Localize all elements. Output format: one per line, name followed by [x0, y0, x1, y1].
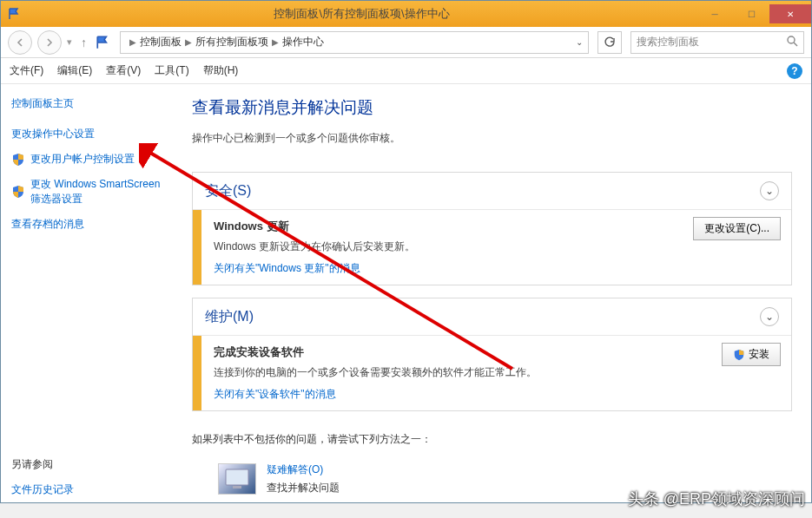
troubleshoot-subtext: 查找并解决问题 — [267, 481, 340, 495]
card-title: 完成安装设备软件 — [214, 344, 779, 360]
maximize-button[interactable]: ☐ — [733, 4, 769, 23]
close-button[interactable]: ✕ — [769, 4, 811, 23]
sidebar-item-label: 更改用户帐户控制设置 — [30, 152, 135, 167]
chevron-right-icon: ▶ — [129, 37, 136, 47]
button-label: 更改设置(C)... — [704, 221, 769, 236]
back-button[interactable] — [8, 30, 32, 55]
card-text: Windows 更新设置为在你确认后安装更新。 — [214, 239, 779, 254]
dismiss-message-link[interactable]: 关闭有关"设备软件"的消息 — [214, 388, 336, 400]
card-windows-update: Windows 更新 Windows 更新设置为在你确认后安装更新。 关闭有关"… — [193, 209, 791, 285]
breadcrumb[interactable]: ▶ 控制面板 ▶ 所有控制面板项 ▶ 操作中心 ⌄ — [120, 31, 589, 54]
button-label: 安装 — [749, 347, 769, 362]
status-bar-warning — [193, 336, 201, 410]
sidebar-change-uac-settings[interactable]: 更改用户帐户控制设置 — [11, 152, 182, 167]
svg-rect-1 — [226, 469, 248, 485]
shield-icon — [11, 185, 25, 199]
breadcrumb-item[interactable]: 操作中心 — [282, 35, 324, 49]
titlebar[interactable]: 控制面板\所有控制面板项\操作中心 ─ ☐ ✕ — [1, 1, 811, 27]
sidebar: 控制面板主页 更改操作中心设置 更改用户帐户控制设置 更改 Windows Sm… — [1, 84, 192, 502]
page-heading: 查看最新消息并解决问题 — [192, 96, 792, 119]
menu-file[interactable]: 文件(F) — [10, 63, 43, 78]
chevron-down-icon[interactable]: ⌄ — [576, 37, 583, 47]
card-text: 连接到你的电脑的一个或多个设备需要安装额外的软件才能正常工作。 — [214, 365, 779, 380]
troubleshoot-icon — [218, 463, 256, 495]
shield-icon — [733, 349, 745, 361]
menubar: 文件(F) 编辑(E) 查看(V) 工具(T) 帮助(H) ? — [1, 58, 811, 84]
card-device-software: 完成安装设备软件 连接到你的电脑的一个或多个设备需要安装额外的软件才能正常工作。… — [193, 335, 791, 410]
shield-icon — [11, 153, 25, 167]
main-panel: 查看最新消息并解决问题 操作中心已检测到一个或多个问题供你审核。 安全(S) ⌄… — [192, 84, 811, 502]
install-button[interactable]: 安装 — [722, 343, 781, 366]
sidebar-change-smartscreen[interactable]: 更改 Windows SmartScreen 筛选器设置 — [11, 177, 182, 207]
sidebar-archived-messages[interactable]: 查看存档的消息 — [11, 217, 182, 232]
section-title: 安全(S) — [205, 182, 251, 200]
status-bar-warning — [193, 210, 201, 285]
related-heading: 另请参阅 — [11, 457, 182, 472]
svg-point-0 — [788, 36, 795, 43]
section-header-maintenance[interactable]: 维护(M) ⌄ — [193, 298, 791, 335]
footer-text: 如果列表中不包括你的问题，请尝试下列方法之一： — [192, 432, 792, 447]
window-controls: ─ ☐ ✕ — [696, 4, 811, 23]
refresh-button[interactable] — [597, 31, 622, 54]
control-panel-home-link[interactable]: 控制面板主页 — [11, 96, 182, 111]
troubleshoot-link[interactable]: 疑难解答(O) — [267, 462, 340, 477]
flag-icon — [8, 7, 22, 21]
history-dropdown-icon[interactable]: ▾ — [67, 36, 72, 48]
sidebar-item-label: 更改 Windows SmartScreen 筛选器设置 — [30, 177, 160, 207]
sidebar-item-label: 文件历史记录 — [11, 482, 74, 497]
chevron-down-icon[interactable]: ⌄ — [760, 307, 779, 326]
section-header-security[interactable]: 安全(S) ⌄ — [193, 173, 791, 209]
menu-tools[interactable]: 工具(T) — [155, 63, 188, 78]
chevron-down-icon[interactable]: ⌄ — [760, 181, 779, 200]
breadcrumb-item[interactable]: 控制面板 — [140, 35, 182, 49]
forward-button[interactable] — [37, 30, 62, 55]
change-settings-button[interactable]: 更改设置(C)... — [693, 217, 781, 240]
section-maintenance: 维护(M) ⌄ 完成安装设备软件 连接到你的电脑的一个或多个设备需要安装额外的软… — [192, 298, 792, 411]
sidebar-item-label: 更改操作中心设置 — [11, 127, 95, 141]
sidebar-item-label: 查看存档的消息 — [11, 217, 84, 232]
menu-help[interactable]: 帮助(H) — [203, 63, 239, 78]
navbar: ▾ ↑ ▶ 控制面板 ▶ 所有控制面板项 ▶ 操作中心 ⌄ 搜索控制面板 — [1, 27, 811, 58]
section-security: 安全(S) ⌄ Windows 更新 Windows 更新设置为在你确认后安装更… — [192, 172, 792, 285]
search-input[interactable]: 搜索控制面板 — [630, 31, 804, 54]
minimize-button[interactable]: ─ — [696, 4, 733, 23]
search-placeholder: 搜索控制面板 — [637, 35, 699, 49]
chevron-right-icon: ▶ — [272, 37, 279, 47]
svg-rect-2 — [233, 486, 241, 488]
chevron-right-icon: ▶ — [185, 37, 192, 47]
content-area: 控制面板主页 更改操作中心设置 更改用户帐户控制设置 更改 Windows Sm… — [1, 84, 811, 502]
page-subtext: 操作中心已检测到一个或多个问题供你审核。 — [192, 131, 792, 146]
window-title: 控制面板\所有控制面板项\操作中心 — [27, 6, 696, 22]
help-icon[interactable]: ? — [787, 63, 802, 79]
up-button[interactable]: ↑ — [77, 36, 90, 49]
menu-edit[interactable]: 编辑(E) — [57, 63, 92, 78]
search-icon — [787, 36, 798, 49]
flag-icon — [96, 35, 111, 50]
sidebar-file-history[interactable]: 文件历史记录 — [11, 482, 182, 497]
section-title: 维护(M) — [205, 308, 254, 326]
sidebar-change-ac-settings[interactable]: 更改操作中心设置 — [11, 127, 182, 141]
breadcrumb-item[interactable]: 所有控制面板项 — [195, 35, 268, 49]
dismiss-message-link[interactable]: 关闭有关"Windows 更新"的消息 — [214, 262, 360, 274]
menu-view[interactable]: 查看(V) — [106, 63, 141, 78]
troubleshoot-row: 疑难解答(O) 查找并解决问题 — [218, 462, 792, 495]
action-center-window: 控制面板\所有控制面板项\操作中心 ─ ☐ ✕ ▾ ↑ ▶ 控制面板 ▶ 所有控… — [0, 0, 812, 503]
